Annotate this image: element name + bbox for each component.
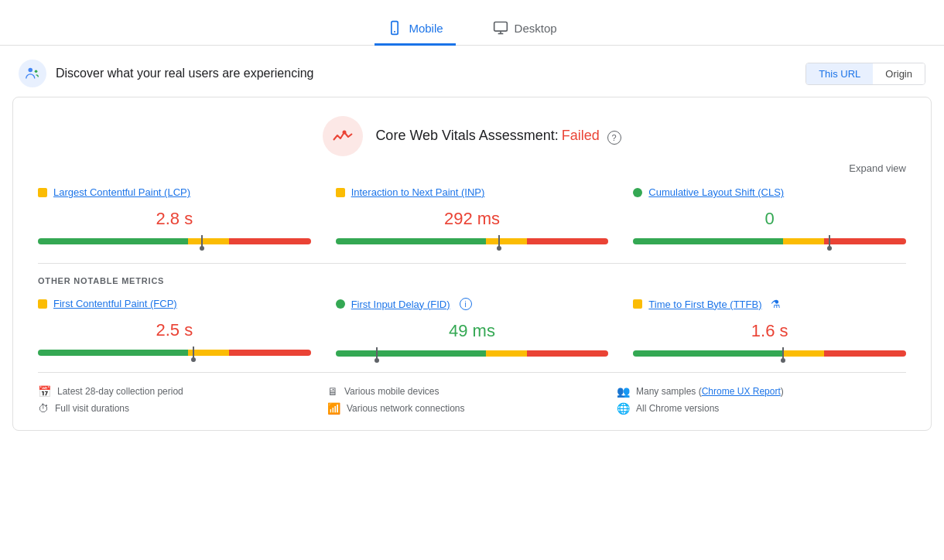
- ttfb-bar-track: [633, 350, 906, 357]
- footer-samples-text: Many samples (Chrome UX Report): [636, 386, 784, 397]
- desktop-icon: [493, 20, 508, 36]
- footer-duration-text: Full visit durations: [55, 403, 129, 414]
- fcp-value: 2.5 s: [38, 320, 311, 340]
- lcp-marker: [201, 235, 203, 248]
- inp-value: 292 ms: [336, 209, 609, 229]
- origin-button[interactable]: Origin: [873, 63, 925, 84]
- lcp-value: 2.8 s: [38, 209, 311, 229]
- tab-desktop-label: Desktop: [515, 22, 557, 35]
- svg-point-7: [343, 131, 347, 135]
- inp-marker: [498, 235, 500, 248]
- ttfb-marker: [782, 347, 784, 360]
- metric-fid: First Input Delay (FID) i 49 ms: [336, 298, 609, 357]
- tab-desktop[interactable]: Desktop: [481, 12, 569, 46]
- fcp-dot: [38, 299, 47, 309]
- footer-col3: 👥 Many samples (Chrome UX Report) 🌐 All …: [617, 385, 906, 415]
- fcp-bar: [38, 350, 311, 356]
- assessment-header: Core Web Vitals Assessment: Failed ?: [38, 116, 906, 156]
- cls-link[interactable]: Cumulative Layout Shift (CLS): [648, 186, 784, 198]
- cls-bar-red: [824, 238, 906, 244]
- url-toggle: This URL Origin: [805, 63, 925, 85]
- cls-marker: [829, 235, 830, 248]
- tab-mobile[interactable]: Mobile: [375, 12, 455, 46]
- footer-col2: 🖥 Various mobile devices 📶 Various netwo…: [327, 385, 617, 415]
- other-metrics-grid: First Contentful Paint (FCP) 2.5 s First…: [38, 298, 906, 357]
- lcp-link[interactable]: Largest Contentful Paint (LCP): [53, 186, 190, 198]
- ttfb-bar-orange: [783, 350, 824, 357]
- fcp-link[interactable]: First Contentful Paint (FCP): [53, 298, 177, 309]
- inp-bar-track: [336, 238, 609, 244]
- expand-link[interactable]: Expand view: [38, 162, 906, 174]
- cls-dot: [633, 188, 642, 197]
- inp-bar-orange: [486, 238, 527, 244]
- main-card: Core Web Vitals Assessment: Failed ? Exp…: [12, 97, 932, 431]
- chrome-ux-report-link[interactable]: Chrome UX Report: [702, 386, 781, 397]
- assessment-icon: [323, 116, 363, 156]
- fid-bar-green: [336, 350, 486, 357]
- flask-icon: ⚗: [771, 298, 781, 310]
- fid-value: 49 ms: [336, 321, 609, 341]
- footer-item-collection: 📅 Latest 28-day collection period: [38, 385, 327, 398]
- ttfb-link[interactable]: Time to First Byte (TTFB): [648, 299, 761, 310]
- crux-avatar: [19, 60, 46, 87]
- footer-item-chrome: 🌐 All Chrome versions: [617, 402, 906, 415]
- fcp-bar-green: [38, 350, 188, 356]
- network-icon: 📶: [327, 402, 340, 415]
- expand-label: Expand view: [849, 162, 906, 174]
- footer-item-duration: ⏱ Full visit durations: [38, 402, 327, 415]
- inp-dot: [336, 188, 345, 197]
- fid-info-icon[interactable]: i: [460, 298, 472, 310]
- metric-fid-label-row: First Input Delay (FID) i: [336, 298, 609, 310]
- fcp-bar-red: [229, 350, 311, 356]
- footer-item-network: 📶 Various network connections: [327, 402, 617, 415]
- metric-ttfb-label-row: Time to First Byte (TTFB) ⚗: [633, 298, 906, 310]
- tab-bar: Mobile Desktop: [0, 0, 944, 46]
- metric-fcp-label-row: First Contentful Paint (FCP): [38, 298, 311, 309]
- calendar-icon: 📅: [38, 385, 51, 398]
- svg-rect-2: [494, 22, 507, 32]
- lcp-bar-red: [229, 238, 311, 244]
- this-url-button[interactable]: This URL: [806, 63, 873, 84]
- footer-collection-text: Latest 28-day collection period: [57, 386, 183, 397]
- metric-cls: Cumulative Layout Shift (CLS) 0: [633, 186, 906, 244]
- lcp-bar: [38, 238, 311, 244]
- footer-item-samples: 👥 Many samples (Chrome UX Report): [617, 385, 906, 398]
- lcp-bar-orange: [188, 238, 229, 244]
- fid-link[interactable]: First Input Delay (FID): [351, 299, 450, 310]
- metric-lcp: Largest Contentful Paint (LCP) 2.8 s: [38, 186, 311, 244]
- fid-bar-red: [527, 350, 609, 357]
- users-icon: [24, 65, 41, 82]
- svg-point-5: [29, 68, 33, 73]
- header-row: Discover what your real users are experi…: [0, 46, 944, 97]
- metric-fcp: First Contentful Paint (FCP) 2.5 s: [38, 298, 311, 357]
- assessment-text: Core Web Vitals Assessment: Failed ?: [375, 128, 621, 144]
- cls-bar: [633, 238, 906, 244]
- fid-bar-orange: [486, 350, 527, 357]
- metric-lcp-label-row: Largest Contentful Paint (LCP): [38, 186, 311, 198]
- assessment-help-icon[interactable]: ?: [607, 131, 621, 145]
- inp-link[interactable]: Interaction to Next Paint (INP): [351, 186, 485, 198]
- mobile-icon: [387, 20, 402, 36]
- ttfb-bar-green: [633, 350, 783, 357]
- svg-point-6: [35, 70, 38, 73]
- inp-bar-red: [527, 238, 609, 244]
- metric-cls-label-row: Cumulative Layout Shift (CLS): [633, 186, 906, 198]
- fid-bar: [336, 350, 609, 357]
- other-metrics-title: OTHER NOTABLE METRICS: [38, 276, 906, 285]
- footer-chrome-text: All Chrome versions: [636, 403, 719, 414]
- footer-col1: 📅 Latest 28-day collection period ⏱ Full…: [38, 385, 327, 415]
- ttfb-dot: [633, 299, 642, 309]
- assessment-label: Core Web Vitals Assessment:: [375, 128, 558, 143]
- metric-ttfb: Time to First Byte (TTFB) ⚗ 1.6 s: [633, 298, 906, 357]
- fid-dot: [336, 299, 345, 309]
- fid-marker: [376, 347, 378, 360]
- tab-mobile-label: Mobile: [409, 22, 443, 35]
- inp-bar-green: [336, 238, 486, 244]
- footer-item-devices: 🖥 Various mobile devices: [327, 385, 617, 398]
- inp-bar: [336, 238, 609, 244]
- devices-icon: 🖥: [327, 385, 338, 398]
- footer-devices-text: Various mobile devices: [344, 386, 440, 397]
- lcp-dot: [38, 188, 47, 197]
- lcp-bar-green: [38, 238, 188, 244]
- cls-bar-green: [633, 238, 783, 244]
